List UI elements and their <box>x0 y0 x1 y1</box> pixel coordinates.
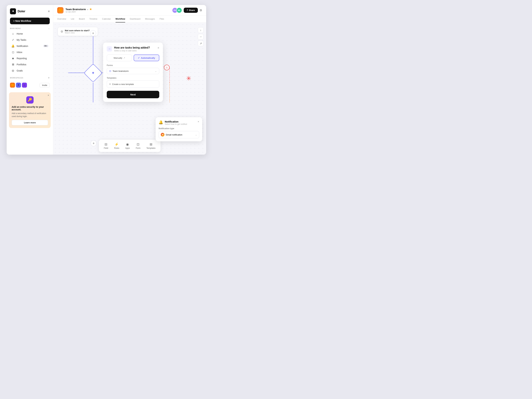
bottom-toolbar: ⊟ Field ⚡ Rules ◉ Apps ⊡ Form ⊞ Templa <box>99 140 161 152</box>
topbar-actions: PK ML ⤴ Share ⚙ <box>172 7 202 13</box>
sidebar-item-reporting[interactable]: ◈ Reporting <box>8 55 52 61</box>
hint-title: Not sure where to start? <box>65 29 90 32</box>
notification-chevron-icon: ⌄ <box>195 133 197 136</box>
gmail-icon: M <box>161 133 165 137</box>
tabs-bar: Overview List Board Timeline Calendar Wo… <box>53 16 206 23</box>
external-link-icon: ↗ <box>123 57 125 59</box>
sidebar-item-my-tasks[interactable]: ✓ My Tasks <box>8 37 52 43</box>
sidebar-item-notification[interactable]: 🔔 Notification 99+ <box>8 43 52 49</box>
field-icon: ⊟ <box>105 142 108 146</box>
zoom-down-button[interactable]: ↓ <box>198 27 203 33</box>
sidebar-item-goals[interactable]: ◎ Goals <box>8 68 52 74</box>
home-icon: ⌂ <box>11 32 15 35</box>
toolbar-field[interactable]: ⊟ Field <box>101 141 111 151</box>
zoom-controls: ↓ → ↗ <box>198 27 203 46</box>
toolbar-rules[interactable]: ⚡ Rules <box>111 141 122 151</box>
sidebar-menu-button[interactable]: ≡ <box>48 10 50 13</box>
tab-workflow[interactable]: Workflow <box>115 16 125 22</box>
add-workspace-button[interactable]: + <box>48 76 50 79</box>
task-modal: ⁙ How are tasks being added? Select a wa… <box>103 43 163 102</box>
notification-close-button[interactable]: × <box>198 120 199 123</box>
zoom-fullscreen-button[interactable]: ↗ <box>198 41 203 46</box>
logo-icon: ✦ <box>10 8 16 14</box>
modal-close-button[interactable]: × <box>158 46 159 50</box>
favorite-icon[interactable]: ★ <box>89 8 92 11</box>
main-menu-label: MAIN MENU ⌄ <box>7 28 53 31</box>
project-icon: 🟧 <box>57 7 63 13</box>
project-info: Team Brainstorm ⌄ ★ 12 Jan 2024 <box>65 8 92 13</box>
tab-board[interactable]: Board <box>79 16 85 22</box>
diamond-inner-icon: ✦ <box>91 71 95 75</box>
tasks-icon: ✓ <box>11 38 15 41</box>
topbar: 🟧 Team Brainstorm ⌄ ★ 12 Jan 2024 PK ML … <box>53 5 206 16</box>
notification-type-select[interactable]: M Gmail notification ⌄ <box>158 131 199 138</box>
sidebar-item-inbox[interactable]: ◻ Inbox <box>8 49 52 55</box>
canvas-area: ⚙ Not sure where to start? Watch video ×… <box>53 23 206 155</box>
workspace-section: 🟧 ⠿ ⁙ Invite <box>7 81 53 90</box>
check-icon: ✓ <box>138 57 140 59</box>
task-modal-header: ⁙ How are tasks being added? Select a wa… <box>107 46 159 52</box>
notification-panel: 🔔 Notification Select how to get notifie… <box>156 117 202 141</box>
modal-title: How are tasks being added? <box>114 46 150 49</box>
sidebar-item-portfolios[interactable]: ⊞ Portfolios <box>8 61 52 68</box>
workspace-avatar-1: 🟧 <box>10 83 15 88</box>
workspace-avatar-3: ⁙ <box>22 83 27 88</box>
share-icon: ⤴ <box>187 9 188 12</box>
sidebar: ✦ Doler ≡ + New Workflow MAIN MENU ⌄ ⌂ H… <box>7 5 53 155</box>
toolbar-apps[interactable]: ◉ Apps <box>122 141 133 151</box>
create-template-button[interactable]: + Create a new template <box>107 81 159 88</box>
security-description: Add a secondary method of verification u… <box>12 112 48 118</box>
form-icon: ⊡ <box>109 70 111 72</box>
warning-triangle-icon: ⚠ <box>164 65 170 70</box>
hint-subtitle: Watch video <box>65 32 90 34</box>
mode-manual-button[interactable]: Manually ↗ <box>107 55 132 61</box>
notification-header: 🔔 Notification Select how to get notifie… <box>158 120 199 125</box>
canvas-add-bottom-button[interactable]: + <box>91 140 97 146</box>
templates-icon: ⊞ <box>150 142 152 146</box>
main-content: 🟧 Team Brainstorm ⌄ ★ 12 Jan 2024 PK ML … <box>53 5 206 155</box>
diamond-node[interactable]: ✦ <box>86 65 101 81</box>
avatar-group: PK ML <box>172 7 182 13</box>
security-title: Add an extra security to your account. <box>12 106 48 111</box>
apps-icon: ◉ <box>126 142 129 146</box>
toolbar-templates[interactable]: ⊞ Templates <box>144 141 158 151</box>
security-icon: 🔑 <box>26 96 34 104</box>
sidebar-item-home[interactable]: ⌂ Home <box>8 31 52 37</box>
templates-section-label: Templates <box>107 77 159 79</box>
project-date: 12 Jan 2024 <box>65 11 92 13</box>
notification-subtitle: Select how to get notified <box>165 123 187 125</box>
tab-messages[interactable]: Messages <box>145 16 155 22</box>
tab-list[interactable]: List <box>71 16 74 22</box>
canvas-add-top-button[interactable]: + <box>90 30 96 36</box>
notification-badge: 99+ <box>43 45 48 47</box>
tab-overview[interactable]: Overview <box>57 16 66 22</box>
notification-bell-icon: 🔔 <box>158 120 163 125</box>
tab-dashboard[interactable]: Dashboard <box>130 16 140 22</box>
security-card-close[interactable]: × <box>48 94 49 97</box>
new-workflow-button[interactable]: + New Workflow <box>10 18 50 24</box>
sidebar-logo-area: ✦ Doler ≡ <box>7 8 53 18</box>
tab-files[interactable]: Files <box>160 16 164 22</box>
project-name: Team Brainstorm ⌄ ★ <box>65 8 92 11</box>
tab-calendar[interactable]: Calendar <box>102 16 111 22</box>
form-select[interactable]: ⊡ Team brainstorm ⌄ <box>107 68 159 74</box>
modal-workflow-icon: ⁙ <box>107 46 112 51</box>
share-button[interactable]: ⤴ Share <box>184 8 198 13</box>
diamond-shape: ✦ <box>84 63 102 82</box>
toolbar-form[interactable]: ⊡ Form <box>133 141 144 151</box>
template-plus-icon: + <box>109 83 111 86</box>
goals-icon: ◎ <box>11 69 15 72</box>
portfolios-icon: ⊞ <box>11 63 15 66</box>
project-chevron[interactable]: ⌄ <box>87 8 89 11</box>
tab-timeline[interactable]: Timeline <box>89 16 97 22</box>
mode-auto-button[interactable]: ✓ Automatically <box>134 55 159 61</box>
rules-icon: ⚡ <box>114 142 119 146</box>
workspaces-label: WORKSPACES + <box>7 76 53 81</box>
next-button[interactable]: Next <box>107 91 159 98</box>
settings-button[interactable]: ⚙ <box>200 8 202 12</box>
learn-more-button[interactable]: Learn more <box>12 120 48 125</box>
form-toolbar-icon: ⊡ <box>137 142 139 146</box>
zoom-right-button[interactable]: → <box>198 34 203 40</box>
invite-button[interactable]: Invite <box>40 83 50 88</box>
reporting-icon: ◈ <box>11 57 15 60</box>
